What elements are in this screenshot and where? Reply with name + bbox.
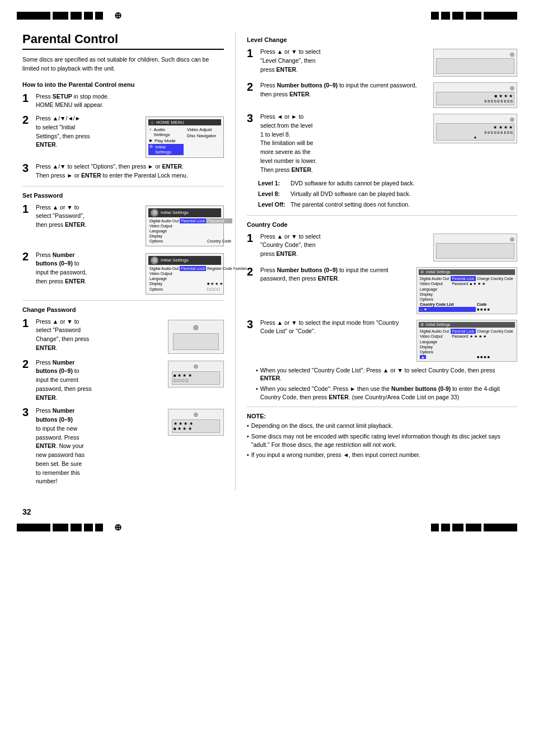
cc-step-3-image: ⚙ Initial Settings Digital Audio Out Par… [416, 319, 517, 362]
step-1: 1 Press SETUP in stop mode.HOME MENU wil… [22, 92, 224, 110]
cc-menu-2-row-7: -- ▼ ■ ■ ■ ■ [419, 307, 515, 312]
main-content: Parental Control Some discs are specifie… [0, 21, 534, 502]
bottom-bar-r4 [466, 524, 481, 531]
header-bar-r4 [466, 12, 481, 20]
divider-4 [247, 407, 517, 407]
cp-step-1-image: ◎ [168, 318, 224, 354]
cc-step-2-content: Press Number buttons (0–9) to input the … [260, 266, 411, 284]
cc-menu-2-row-3: Language [419, 287, 515, 292]
menu-row-1: Digital Audio Out Parental Lock Password [148, 218, 232, 223]
sp-step-1-content: Press ▲ or ▼ toselect "Password",then pr… [36, 203, 140, 230]
note-3-text: If you input a wrong number, press ◄, th… [251, 451, 420, 459]
cc-menu-3-row-6: ▲ ■ ■ ■ ■ [419, 354, 515, 360]
note-bullet-2: • [247, 432, 249, 449]
note-section: NOTE: • Depending on the discs, the unit… [247, 413, 517, 459]
how-to-heading: How to into the Parental Control menu [22, 81, 224, 88]
menu2-row-3: Language [148, 276, 249, 281]
note-2: • Some discs may not be encoded with spe… [247, 432, 517, 449]
menu-row-5: OptionsCountry Code [148, 239, 232, 244]
cc-menu-2-row-5: Options [419, 297, 515, 302]
initial-settings-title-2: ⚙ Initial Settings [148, 256, 221, 265]
level-8-label: Level 8: [258, 189, 287, 199]
set-password-heading: Set Password [22, 192, 224, 199]
header-bar-5 [95, 12, 103, 20]
lc-step-1: 1 Press ▲ or ▼ to select"Level Change", … [247, 48, 517, 77]
cp-step-1: 1 Press ▲ or ▼ toselect "PasswordChange"… [22, 318, 224, 354]
gear-icon-3: ⚙ [420, 270, 424, 274]
cc-menu-3-row-4: Display [419, 344, 515, 349]
bullet-icon-1: • [256, 366, 258, 382]
initial-settings-item: ⚙ Initial Settings [148, 144, 184, 155]
cc-step-2-number: 2 [247, 266, 256, 284]
level-off-label: Level Off: [258, 200, 287, 209]
cp-step-2: 2 Press Numberbuttons (0–9) toinput the … [22, 358, 224, 403]
note-1: • Depending on the discs, the unit canno… [247, 422, 517, 430]
level-off-text: The parental control setting does not fu… [291, 200, 410, 209]
cc-step-2: 2 Press Number buttons (0–9) to input th… [247, 266, 517, 314]
page-footer: 32 [0, 502, 534, 522]
cp-step-3-content: Press Numberbuttons (0–9)to input the ne… [36, 407, 162, 486]
step-2: 2 Press ▲/▼/◄/►to select "InitialSetting… [22, 114, 224, 158]
cc-menu-3-row-2: Video Output Password: ★ ★ ★ ★ [419, 334, 515, 339]
cp-step-2-content: Press Numberbuttons (0–9) toinput the cu… [36, 358, 162, 403]
step-2-content: Press ▲/▼/◄/►to select "InitialSettings"… [36, 114, 140, 150]
header-bar-r5 [484, 12, 517, 20]
level-8-desc: Level 8: Virtually all DVD software can … [258, 189, 517, 199]
header-right-bars [431, 12, 517, 20]
header-bar-1 [17, 12, 50, 20]
home-menu-left: ♪ Audio Settings ▶ Play Mode ⚙ Initial S… [148, 127, 184, 155]
cc-menu-2-title: Initial Settings [426, 270, 451, 274]
home-menu-box: ◎ HOME MENU ♪ Audio Settings ▶ Play Mode [146, 116, 224, 158]
lc-step-3-content: Press ◄ or ► toselect from the level1 to… [260, 113, 428, 174]
cp-step-2-image: ◎ ■ ★ ★ ★□ □ □ □ [168, 358, 224, 388]
cp-step-1-number: 1 [22, 318, 31, 353]
step-2-number: 2 [22, 114, 31, 150]
sp-step-2: 2 Press Numberbuttons (0–9) toinput the … [22, 251, 224, 295]
page-number: 32 [22, 507, 31, 516]
lc-step-1-image: ◎ [433, 48, 517, 77]
initial-settings-menu-2: ⚙ Initial Settings Digital Audio Out Par… [146, 253, 224, 295]
bottom-bar-r2 [441, 524, 450, 531]
audio-settings-item: ♪ Audio Settings [148, 127, 184, 138]
lc-step-2-number: 2 [247, 81, 256, 99]
cc-menu-3-row-5: Options [419, 349, 515, 354]
cp-step-1-content: Press ▲ or ▼ toselect "PasswordChange", … [36, 318, 162, 353]
step-3: 3 Press ▲/▼ to select "Options", then pr… [22, 162, 224, 180]
lc-step-2-content: Press Number buttons (0–9) to input the … [260, 81, 428, 99]
cp-step-3-number: 3 [22, 407, 31, 486]
note-bullet-1: • [247, 422, 249, 430]
sp-step-1: 1 Press ▲ or ▼ toselect "Password",then … [22, 203, 224, 246]
divider-1 [22, 186, 224, 186]
bottom-right-bars [431, 524, 517, 531]
step-3-number: 3 [22, 162, 31, 174]
note-bullet-3: • [247, 451, 249, 459]
divider-3 [247, 215, 517, 216]
bottom-left-bars [17, 524, 103, 531]
bottom-bar-5 [95, 524, 103, 531]
level-1-text: DVD software for adults cannot be played… [291, 179, 415, 188]
menu-row-4: Display [148, 234, 232, 239]
cp-step-3-image: ◎ ★ ★ ★ ★■ ★ ★ ★ [168, 407, 224, 436]
cc-bullet-1: • When you selected "Country Code List":… [256, 366, 517, 382]
initial-settings-title-1: ⚙ Initial Settings [148, 208, 221, 217]
dvd-icon: ◎ [151, 120, 154, 125]
cc-bullets: • When you selected "Country Code List":… [256, 366, 517, 402]
cc-menu-2-row-1: Digital Audio Out Parental Lock Change C… [419, 276, 515, 281]
header-bar-r2 [441, 12, 450, 20]
cc-step-1-content: Press ▲ or ▼ to select"Country Code", th… [260, 232, 428, 259]
cp-step-3: 3 Press Numberbuttons (0–9)to input the … [22, 407, 224, 486]
header-bar-r3 [452, 12, 463, 20]
cc-bullet-1-text: When you selected "Country Code List": P… [260, 366, 517, 382]
cc-bullet-2-text: When you selected "Code": Press ► then u… [260, 385, 517, 401]
right-column: Level Change 1 Press ▲ or ▼ to select"Le… [235, 32, 517, 491]
lc-step-1-number: 1 [247, 48, 256, 74]
bottom-bars: ⊕ [0, 522, 534, 543]
play-mode-item: ▶ Play Mode [148, 138, 184, 144]
menu2-row-1: Digital Audio Out Parental Lock Register… [148, 266, 249, 271]
bottom-crosshair: ⊕ [114, 522, 121, 533]
step-3-content: Press ▲/▼ to select "Options", then pres… [36, 162, 224, 180]
sp-step-2-number: 2 [22, 251, 31, 286]
lc-step-3-number: 3 [247, 113, 256, 174]
menu2-row-4: Display ■ ★ ★ ★ [148, 281, 249, 287]
home-menu-right: Video Adjust Disc Navigator [186, 127, 221, 155]
